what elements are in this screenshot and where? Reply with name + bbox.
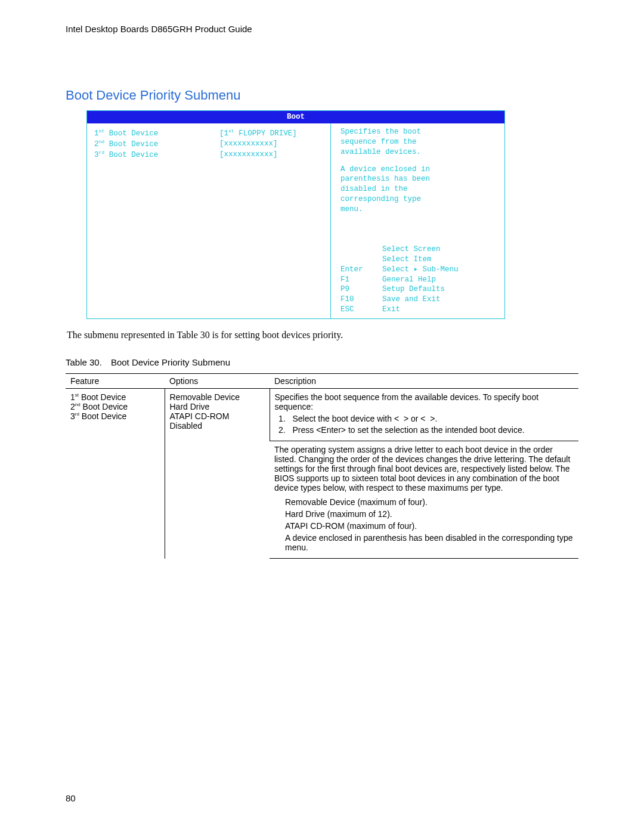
bios-value: [xxxxxxxxxxx]	[219, 139, 278, 150]
bios-row: 3rd Boot Device [xxxxxxxxxxx]	[94, 150, 323, 160]
bios-label-num: 2	[94, 140, 99, 148]
caption: The submenu represented in Table 30 is f…	[67, 330, 578, 340]
bios-help-line: sequence from the	[340, 137, 493, 147]
bios-help-line: Specifies the boot	[340, 127, 493, 137]
description-cell: The operating system assigns a drive let…	[270, 441, 578, 559]
feat-txt: Boot Device	[79, 392, 126, 402]
feat-num: 2	[70, 402, 75, 411]
option-item: ATAPI CD-ROM	[170, 411, 265, 421]
bios-key	[340, 244, 382, 255]
table-caption: Table 30. Boot Device Priority Submenu	[66, 357, 578, 367]
description-cell: Specifies the boot sequence from the ava…	[270, 389, 578, 441]
bios-label-num: 1	[94, 129, 99, 138]
bios-help-line: available devices.	[340, 147, 493, 157]
bios-key-action: Select Item	[382, 255, 432, 265]
desc-intro: Specifies the boot sequence from the ava…	[275, 392, 574, 411]
feat-txt: Boot Device	[80, 402, 128, 411]
desc-paragraph: The operating system assigns a drive let…	[274, 445, 574, 493]
bios-titlebar: Boot	[87, 111, 504, 123]
document-header: Intel Desktop Boards D865GRH Product Gui…	[66, 24, 578, 34]
bios-key-action: Exit	[382, 305, 400, 315]
option-item: Removable Device	[170, 392, 265, 402]
bios-key: F10	[340, 295, 382, 305]
bios-help-line: corresponding type	[340, 194, 493, 205]
feat-ord: nd	[75, 402, 80, 407]
col-options: Options	[165, 374, 270, 389]
col-feature: Feature	[66, 374, 165, 389]
option-item: Hard Drive	[170, 402, 265, 411]
bios-key-legend: Select Screen Select Item EnterSelect ▸ …	[340, 244, 493, 315]
bios-label-text: Boot Device	[109, 140, 159, 148]
desc-bullet: ATAPI CD-ROM (maximum of four).	[285, 521, 574, 531]
bios-val-post: FLOPPY DRIVE]	[234, 129, 297, 138]
options-cell: Removable Device Hard Drive ATAPI CD-ROM…	[165, 389, 270, 559]
bios-label-text: Boot Device	[109, 151, 159, 159]
bios-key: F1	[340, 275, 382, 285]
bios-help-line: parenthesis has been	[340, 174, 493, 184]
desc-bullet: Removable Device (maximum of four).	[285, 497, 574, 507]
bios-row: 1st Boot Device [1st FLOPPY DRIVE]	[94, 128, 323, 139]
bios-body: 1st Boot Device [1st FLOPPY DRIVE] 2nd B…	[87, 123, 504, 318]
bios-label-text: Boot Device	[109, 129, 159, 138]
bios-key: ESC	[340, 305, 382, 315]
feat-num: 1	[70, 392, 75, 402]
bios-val-pre: [1	[219, 129, 228, 138]
bios-key-action: Select ▸ Sub-Menu	[382, 265, 459, 275]
feat-num: 3	[70, 411, 75, 421]
desc-bullet: Hard Drive (maximum of 12).	[285, 509, 574, 519]
bios-label-ord: rd	[99, 150, 105, 155]
bios-val-ord: st	[228, 128, 234, 134]
section-title: Boot Device Priority Submenu	[66, 88, 578, 103]
feat-ord: rd	[75, 411, 79, 417]
bios-key-action: General Help	[382, 275, 436, 285]
desc-bullet: A device enclosed in parenthesis has bee…	[285, 533, 574, 552]
bios-key: Enter	[340, 265, 382, 275]
option-item: Disabled	[170, 421, 265, 431]
desc-step: Press <Enter> to set the selection as th…	[288, 425, 574, 435]
feature-cell: 1st Boot Device 2nd Boot Device 3rd Boot…	[66, 389, 165, 559]
boot-priority-table: Feature Options Description 1st Boot Dev…	[66, 373, 578, 559]
bios-value: [xxxxxxxxxxx]	[219, 150, 278, 160]
bios-help-line: disabled in the	[340, 184, 493, 194]
bios-screenshot: Boot 1st Boot Device [1st FLOPPY DRIVE] …	[86, 110, 505, 319]
col-description: Description	[270, 374, 578, 389]
bios-label-ord: st	[99, 128, 105, 134]
bios-key-action: Save and Exit	[382, 295, 441, 305]
bios-title: Boot	[287, 113, 305, 121]
bios-help-line: A device enclosed in	[340, 165, 493, 175]
bios-label-num: 3	[94, 151, 99, 159]
bios-key-action: Select Screen	[382, 244, 441, 255]
bios-help: Specifies the boot sequence from the ava…	[340, 127, 493, 215]
bios-key-action: Setup Defaults	[382, 284, 445, 295]
bios-right-pane: Specifies the boot sequence from the ava…	[330, 123, 502, 318]
page: Intel Desktop Boards D865GRH Product Gui…	[0, 0, 644, 833]
bios-key: P9	[340, 284, 382, 295]
page-number: 80	[66, 793, 76, 803]
desc-step: Select the boot device with < > or < >.	[288, 414, 574, 423]
bios-left-pane: 1st Boot Device [1st FLOPPY DRIVE] 2nd B…	[87, 123, 330, 318]
bios-row: 2nd Boot Device [xxxxxxxxxxx]	[94, 139, 323, 150]
bios-help-line: menu.	[340, 205, 493, 215]
feat-txt: Boot Device	[79, 411, 126, 421]
bios-label-ord: nd	[99, 139, 105, 144]
bios-key	[340, 255, 382, 265]
